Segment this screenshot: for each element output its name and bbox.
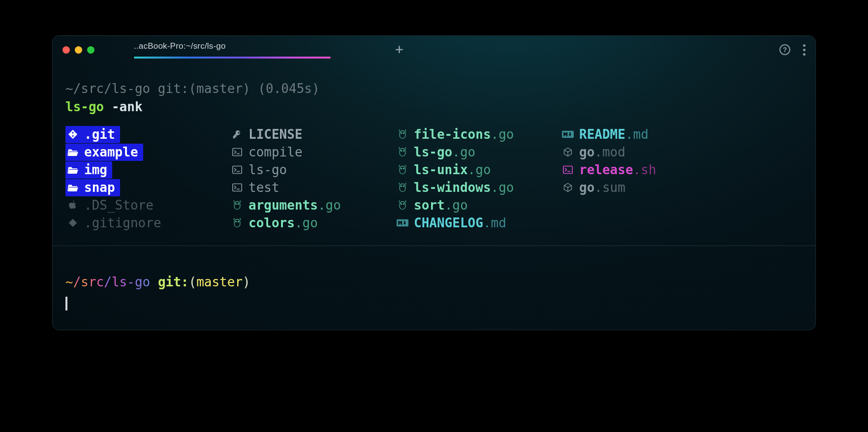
gopher-icon xyxy=(230,200,245,210)
svg-rect-18 xyxy=(400,184,405,192)
list-item: test xyxy=(230,179,395,196)
cursor xyxy=(65,297,67,310)
command-args: -ank xyxy=(112,99,143,114)
command-line: ls-go -ank xyxy=(65,98,803,116)
list-item: go.sum xyxy=(560,179,656,196)
list-item: LICENSE xyxy=(230,125,395,143)
svg-rect-12 xyxy=(400,149,405,156)
folder-open-icon xyxy=(65,165,80,174)
list-item: compile xyxy=(230,143,395,161)
list-item: .gitignore xyxy=(65,214,230,232)
file-listing: .gitexampleimgsnap.DS_Store.gitignoreLIC… xyxy=(65,125,803,232)
list-item: release.sh xyxy=(560,161,656,179)
svg-point-11 xyxy=(403,133,404,134)
terminal-pane-bottom[interactable]: ~/src/ls-go git:(master) xyxy=(53,246,815,330)
list-item: .git xyxy=(65,125,230,143)
package-icon xyxy=(560,183,575,192)
svg-rect-1 xyxy=(233,166,242,174)
gopher-icon xyxy=(395,129,410,139)
svg-point-17 xyxy=(403,168,404,169)
gopher-icon xyxy=(395,165,410,175)
list-item: .DS_Store xyxy=(65,196,230,214)
titlebar: ..acBook-Pro:~/src/ls-go + ? xyxy=(53,36,815,63)
tab-underline xyxy=(134,57,331,59)
prompt-git-label: git: xyxy=(158,81,189,96)
svg-rect-2 xyxy=(233,184,242,191)
terminal-icon xyxy=(230,165,245,174)
prompt-git-label: git: xyxy=(158,274,189,291)
close-icon[interactable] xyxy=(62,46,70,54)
svg-point-19 xyxy=(401,186,402,187)
terminal-pane-top[interactable]: ~/src/ls-go git:(master) (0.045s) ls-go … xyxy=(53,63,815,246)
svg-rect-21 xyxy=(400,202,405,210)
markdown-icon xyxy=(560,130,575,138)
list-item: ls-unix.go xyxy=(395,161,560,179)
terminal-icon xyxy=(230,183,245,192)
svg-rect-9 xyxy=(400,131,405,139)
list-item: example xyxy=(65,143,230,161)
terminal-icon xyxy=(230,148,245,156)
prompt-seg-src: src xyxy=(81,274,104,291)
gopher-icon xyxy=(230,218,245,228)
prompt-timing: (0.045s) xyxy=(258,81,319,96)
svg-point-22 xyxy=(401,204,402,205)
git-diamond-icon xyxy=(65,218,80,227)
minimize-icon[interactable] xyxy=(75,46,82,54)
prompt-branch: (master) xyxy=(188,81,250,96)
list-item: snap xyxy=(65,179,230,196)
package-icon xyxy=(560,147,575,157)
git-icon xyxy=(65,129,80,139)
traffic-lights xyxy=(62,46,94,54)
prompt-branch: master xyxy=(196,274,243,291)
prompt-line: ~/src/ls-go git:(master) (0.045s) xyxy=(65,80,803,97)
gopher-icon xyxy=(395,183,410,192)
list-item: ls-windows.go xyxy=(395,179,560,196)
svg-point-8 xyxy=(238,221,239,222)
svg-point-13 xyxy=(401,151,402,152)
menu-icon[interactable] xyxy=(803,44,806,56)
list-item: go.mod xyxy=(560,143,656,161)
list-item: colors.go xyxy=(230,214,395,232)
command-name: ls-go xyxy=(65,99,104,114)
gopher-icon xyxy=(395,200,410,210)
list-item: ls-go xyxy=(230,161,395,179)
prompt-seg-lsgo: ls-go xyxy=(112,274,150,291)
svg-rect-15 xyxy=(400,166,405,174)
list-item: arguments.go xyxy=(230,196,395,214)
key-icon xyxy=(230,129,245,139)
svg-rect-3 xyxy=(234,202,240,210)
folder-open-icon xyxy=(65,183,80,192)
tab[interactable]: ..acBook-Pro:~/src/ls-go xyxy=(134,41,331,59)
tab-title: ..acBook-Pro:~/src/ls-go xyxy=(134,41,331,52)
maximize-icon[interactable] xyxy=(87,46,94,54)
svg-point-16 xyxy=(401,168,402,169)
prompt-line: ~/src/ls-go git:(master) xyxy=(65,274,803,291)
gopher-icon xyxy=(395,147,410,157)
help-icon[interactable]: ? xyxy=(779,44,790,55)
svg-rect-26 xyxy=(563,166,572,174)
svg-point-7 xyxy=(235,221,236,222)
list-item: img xyxy=(65,161,230,179)
prompt-tilde: ~ xyxy=(65,274,73,291)
prompt-path: ~/src/ls-go xyxy=(65,81,150,96)
folder-open-icon xyxy=(65,148,80,156)
list-item: README.md xyxy=(560,125,656,143)
new-tab-button[interactable]: + xyxy=(395,43,403,57)
markdown-icon xyxy=(395,219,410,227)
svg-rect-6 xyxy=(234,219,240,227)
svg-point-14 xyxy=(403,151,404,152)
svg-point-20 xyxy=(403,186,404,187)
list-item: file-icons.go xyxy=(395,125,560,143)
svg-rect-0 xyxy=(233,149,242,156)
terminal-window: ..acBook-Pro:~/src/ls-go + ? ~/src/ls-go… xyxy=(52,35,816,330)
terminal-icon xyxy=(560,165,575,174)
list-item: ls-go.go xyxy=(395,143,560,161)
svg-point-4 xyxy=(235,204,236,205)
svg-point-10 xyxy=(401,133,402,134)
apple-icon xyxy=(65,200,80,210)
svg-point-23 xyxy=(403,204,404,205)
list-item: CHANGELOG.md xyxy=(395,214,560,232)
svg-point-5 xyxy=(238,204,239,205)
list-item: sort.go xyxy=(395,196,560,214)
